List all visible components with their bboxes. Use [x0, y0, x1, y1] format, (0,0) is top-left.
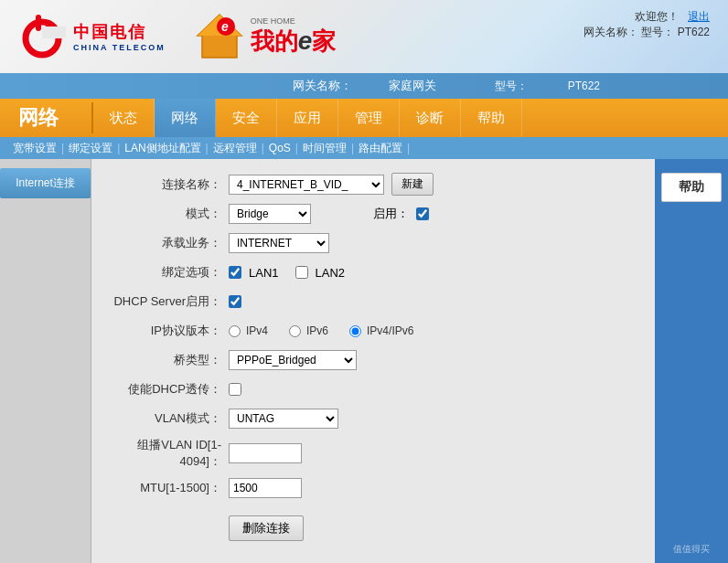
- mode-control: Bridge Route 启用：: [229, 204, 637, 224]
- ipv6-option: IPv6: [289, 324, 328, 337]
- one-home-label: ONE HOME: [251, 16, 337, 26]
- delete-button[interactable]: 删除连接: [229, 515, 304, 541]
- lan2-label: LAN2: [316, 266, 346, 280]
- mtu-input[interactable]: [229, 478, 302, 498]
- nav-item-status[interactable]: 状态: [93, 99, 155, 137]
- ip-version-label: IP协议版本：: [110, 323, 229, 339]
- dhcp-pass-control: [229, 383, 637, 396]
- subnav-lan[interactable]: LAN侧地址配置: [121, 141, 204, 156]
- watermark-prefix: 值: [673, 543, 682, 556]
- enable-checkbox[interactable]: [416, 207, 429, 220]
- lan1-checkbox[interactable]: [229, 266, 241, 279]
- dhcp-pass-checkbox[interactable]: [229, 383, 241, 396]
- service-select[interactable]: INTERNET TR069 VOIP: [229, 233, 329, 253]
- mtu-row: MTU[1-1500]：: [110, 477, 637, 499]
- gateway-name-label: 网关名称：: [293, 78, 352, 94]
- subnav-remote[interactable]: 远程管理: [209, 141, 261, 156]
- nav-item-diagnosis[interactable]: 诊断: [400, 99, 461, 137]
- vlan-mode-control: UNTAG TAG: [229, 409, 637, 429]
- vlan-mode-row: VLAN模式： UNTAG TAG: [110, 408, 637, 430]
- bind-label: 绑定选项：: [110, 264, 229, 281]
- mtu-control: [229, 478, 637, 498]
- subnav-bar: 宽带设置 | 绑定设置 | LAN侧地址配置 | 远程管理 | QoS | 时间…: [0, 137, 728, 159]
- vlan-id-control: [229, 443, 637, 463]
- nav-item-network[interactable]: 网络: [155, 99, 216, 137]
- form-area: 连接名称： 4_INTERNET_B_VID_ 新建 模式： Bridge Ro…: [91, 159, 655, 563]
- svg-rect-3: [42, 27, 66, 38]
- vlan-id-row: 组播VLAN ID[1-4094]：: [110, 437, 637, 470]
- connection-name-control: 4_INTERNET_B_VID_ 新建: [229, 173, 637, 196]
- subnav-time[interactable]: 时间管理: [299, 141, 350, 156]
- enable-label: 启用：: [373, 206, 409, 222]
- sidebar-item-internet[interactable]: Internet连接: [0, 168, 91, 198]
- bridge-type-label: 桥类型：: [110, 352, 229, 368]
- nav-bar: 网络 状态 网络 安全 应用 管理 诊断 帮助: [0, 99, 728, 137]
- bridge-type-select[interactable]: PPPoE_Bridged IPoE_Bridged: [229, 350, 357, 370]
- svg-text:e: e: [221, 19, 229, 34]
- service-label: 承载业务：: [110, 235, 229, 251]
- model-info: 型号： PT622: [476, 79, 618, 94]
- dhcp-server-label: DHCP Server启用：: [110, 293, 229, 310]
- dhcp-server-row: DHCP Server启用：: [110, 291, 637, 313]
- help-button[interactable]: 帮助: [661, 173, 722, 202]
- ipv4ipv6-option: IPv4/IPv6: [349, 324, 413, 337]
- one-home-icon: e: [193, 10, 246, 63]
- bottom-watermark: 值 值得买: [655, 536, 728, 563]
- dhcp-server-checkbox[interactable]: [229, 295, 241, 308]
- china-telecom-chinese: 中国电信: [73, 21, 166, 43]
- nav-item-application[interactable]: 应用: [277, 99, 338, 137]
- ipv4-label: IPv4: [246, 324, 268, 337]
- vlan-mode-select[interactable]: UNTAG TAG: [229, 409, 338, 429]
- logout-link[interactable]: 退出: [688, 10, 710, 23]
- ipv6-label: IPv6: [306, 324, 328, 337]
- subnav-bind[interactable]: 绑定设置: [65, 141, 116, 156]
- nav-item-help[interactable]: 帮助: [461, 99, 522, 137]
- nav-items: 状态 网络 安全 应用 管理 诊断 帮助: [93, 99, 728, 137]
- lan2-checkbox[interactable]: [295, 266, 308, 279]
- main-content: Internet连接 连接名称： 4_INTERNET_B_VID_ 新建 模式…: [0, 159, 728, 563]
- nav-item-security[interactable]: 安全: [216, 99, 277, 137]
- sidebar: Internet连接: [0, 159, 91, 563]
- mode-select[interactable]: Bridge Route: [229, 204, 311, 224]
- help-panel: 帮助: [655, 159, 728, 563]
- ip-version-control: IPv4 IPv6 IPv4/IPv6: [229, 324, 637, 337]
- one-home-title: 我的e家: [251, 26, 337, 58]
- vlan-id-input[interactable]: [229, 443, 302, 463]
- delete-control: 删除连接: [229, 506, 637, 541]
- new-button[interactable]: 新建: [391, 173, 434, 196]
- service-control: INTERNET TR069 VOIP: [229, 233, 637, 253]
- nav-section-label: 网络: [0, 99, 91, 137]
- welcome-text: 欢迎您！ 退出: [583, 9, 710, 25]
- gateway-bar: 网关名称： 家庭网关 型号： PT622: [0, 73, 728, 99]
- ipv4-option: IPv4: [229, 324, 268, 337]
- nav-item-management[interactable]: 管理: [338, 99, 400, 137]
- connection-name-select[interactable]: 4_INTERNET_B_VID_: [229, 175, 384, 195]
- bridge-type-control: PPPoE_Bridged IPoE_Bridged: [229, 350, 637, 370]
- china-telecom-text: 中国电信 CHINA TELECOM: [73, 21, 166, 52]
- ip-version-row: IP协议版本： IPv4 IPv6 IPv4/IPv6: [110, 320, 637, 342]
- dhcp-pass-label: 使能DHCP透传：: [110, 381, 229, 398]
- ipv4ipv6-radio[interactable]: [349, 325, 361, 337]
- one-home-text: ONE HOME 我的e家: [251, 16, 337, 58]
- vlan-mode-label: VLAN模式：: [110, 410, 229, 427]
- mtu-label: MTU[1-1500]：: [110, 480, 229, 496]
- china-telecom-logo: 中国电信 CHINA TELECOM: [18, 13, 166, 60]
- vlan-id-label: 组播VLAN ID[1-4094]：: [110, 437, 229, 470]
- subnav-qos[interactable]: QoS: [265, 142, 294, 154]
- connection-name-label: 连接名称：: [110, 176, 229, 193]
- subnav-route[interactable]: 路由配置: [355, 141, 406, 156]
- lan1-label: LAN1: [249, 266, 279, 280]
- connection-name-row: 连接名称： 4_INTERNET_B_VID_ 新建: [110, 173, 637, 196]
- header: 中国电信 CHINA TELECOM e ONE HOME 我的e家 欢迎您！ …: [0, 0, 728, 73]
- bind-row: 绑定选项： LAN1 LAN2: [110, 261, 637, 283]
- watermark-text: 值得买: [682, 543, 710, 556]
- ipv4-radio[interactable]: [229, 325, 241, 337]
- bridge-type-row: 桥类型： PPPoE_Bridged IPoE_Bridged: [110, 349, 637, 371]
- mode-row: 模式： Bridge Route 启用：: [110, 203, 637, 225]
- bind-control: LAN1 LAN2: [229, 266, 637, 280]
- gateway-name-value: 家庭网关: [389, 78, 436, 94]
- header-right-info: 欢迎您！ 退出 网关名称： 型号： PT622: [583, 9, 710, 40]
- gateway-info: 网关名称： 型号： PT622: [583, 25, 710, 40]
- ipv6-radio[interactable]: [289, 325, 301, 337]
- subnav-broadband[interactable]: 宽带设置: [9, 141, 60, 156]
